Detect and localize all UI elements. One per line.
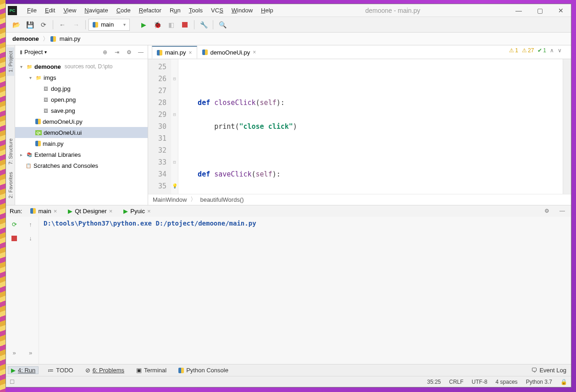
code-editor[interactable]: 252627282930313233343536373839404142▶43 … bbox=[148, 59, 571, 194]
more-icon[interactable]: » bbox=[26, 348, 36, 358]
bottom-todo[interactable]: ≔TODO bbox=[45, 367, 76, 374]
crumb-file[interactable]: main.py bbox=[58, 34, 83, 43]
qt-icon: Qt bbox=[35, 130, 42, 135]
close-button[interactable]: ✕ bbox=[551, 7, 571, 14]
strip-structure[interactable]: 7: Structure bbox=[7, 135, 14, 168]
menu-vcs[interactable]: VCS bbox=[207, 5, 227, 16]
menu-help[interactable]: Help bbox=[257, 5, 277, 16]
gear-icon[interactable]: ⚙ bbox=[542, 206, 552, 216]
up-icon[interactable]: ∧ bbox=[550, 47, 554, 54]
error-stripe[interactable] bbox=[563, 59, 571, 194]
split-icon[interactable]: ⇥ bbox=[112, 47, 122, 57]
search-icon[interactable]: 🔍 bbox=[216, 19, 229, 31]
tab-demoui[interactable]: demoOneUi.py× bbox=[197, 46, 261, 59]
tree-imgs[interactable]: ▾📁imgs bbox=[15, 72, 148, 83]
tree-file-mainpy[interactable]: main.py bbox=[15, 138, 148, 149]
menu-code[interactable]: Code bbox=[113, 5, 134, 16]
editor-tabs: main.py× demoOneUi.py× bbox=[148, 45, 571, 59]
run-side-controls: ⟳ » bbox=[6, 217, 22, 364]
rerun-icon[interactable]: ⟳ bbox=[9, 220, 19, 230]
project-panel: ▮ Project ▾ ⊕ ⇥ ⚙ — ▾📁demoonesources roo… bbox=[15, 45, 148, 205]
run-label: Run: bbox=[10, 208, 22, 215]
status-encoding[interactable]: UTF-8 bbox=[472, 379, 487, 385]
lock-icon[interactable]: 🔒 bbox=[560, 379, 567, 385]
tree-file-demouiui[interactable]: QtdemoOneUi.ui bbox=[15, 127, 148, 138]
debug-icon[interactable]: 🐞 bbox=[151, 19, 164, 31]
strip-project[interactable]: 1: Project bbox=[7, 47, 14, 76]
code-content[interactable]: def closeClick(self): print("close click… bbox=[178, 59, 563, 194]
python-file-icon bbox=[202, 50, 208, 55]
stop-icon[interactable] bbox=[178, 19, 191, 31]
bottom-run[interactable]: ▶4: Run bbox=[8, 366, 39, 374]
menu-run[interactable]: Run bbox=[166, 5, 184, 16]
run-tab-qt[interactable]: ▶Qt Designer× bbox=[65, 207, 115, 215]
target-icon[interactable]: ⊕ bbox=[100, 47, 110, 57]
menu-refactor[interactable]: Refactor bbox=[135, 5, 165, 16]
menu-edit[interactable]: Edit bbox=[41, 5, 59, 16]
ide-status-icon[interactable]: ☐ bbox=[10, 379, 15, 385]
status-lineend[interactable]: CRLF bbox=[449, 379, 463, 385]
status-indent[interactable]: 4 spaces bbox=[496, 379, 518, 385]
strip-favorites[interactable]: 2: Favorites bbox=[7, 168, 14, 202]
run-header: Run: main× ▶Qt Designer× ▶Pyuic× ⚙ — bbox=[6, 205, 571, 217]
run-tab-pyuic[interactable]: ▶Pyuic× bbox=[121, 207, 153, 215]
bottom-problems[interactable]: ⊘6: Problems bbox=[83, 367, 127, 374]
up-icon[interactable]: ↑ bbox=[26, 220, 36, 230]
forward-icon[interactable]: → bbox=[70, 19, 83, 31]
tree-file-save[interactable]: 🖼save.png bbox=[15, 105, 148, 116]
close-icon[interactable]: × bbox=[189, 50, 192, 56]
app-icon: PC bbox=[8, 6, 17, 15]
tree-root[interactable]: ▾📁demoonesources root, D:\pto bbox=[15, 61, 148, 72]
status-python[interactable]: Python 3.7 bbox=[526, 379, 552, 385]
menu-tools[interactable]: Tools bbox=[185, 5, 206, 16]
editor-crumbs: MainWindow 〉 beautifulWords() bbox=[148, 194, 571, 205]
menu-navigate[interactable]: Navigate bbox=[81, 5, 111, 16]
warning-icon[interactable]: ⚠1 bbox=[509, 47, 518, 54]
tree-ext-lib[interactable]: ▸📚External Libraries bbox=[15, 149, 148, 160]
crumb-root[interactable]: demoone bbox=[11, 34, 41, 43]
python-file-icon bbox=[35, 119, 41, 124]
run-tool-window: Run: main× ▶Qt Designer× ▶Pyuic× ⚙ — ⟳ »… bbox=[6, 205, 571, 364]
menu-file[interactable]: File bbox=[23, 5, 40, 16]
close-icon[interactable]: × bbox=[253, 49, 256, 55]
minimize-panel-icon[interactable]: — bbox=[136, 47, 146, 57]
tree-scratches[interactable]: 📋Scratches and Consoles bbox=[15, 160, 148, 171]
crumb-class[interactable]: MainWindow bbox=[153, 196, 187, 203]
stop-icon[interactable] bbox=[9, 233, 19, 243]
save-all-icon[interactable]: 💾 bbox=[23, 19, 36, 31]
bottom-pyconsole[interactable]: Python Console bbox=[176, 367, 231, 374]
refresh-icon[interactable]: ⟳ bbox=[37, 19, 50, 31]
tree-file-dog[interactable]: 🖼dog.jpg bbox=[15, 83, 148, 94]
tree-file-demouipy[interactable]: demoOneUi.py bbox=[15, 116, 148, 127]
fold-gutter: ⊟ ⊟ ⊟ 💡 ⊟ bbox=[171, 59, 178, 194]
coverage-icon[interactable]: ◧ bbox=[165, 19, 177, 31]
gear-icon[interactable]: ⚙ bbox=[124, 47, 134, 57]
down-icon[interactable]: ∨ bbox=[558, 47, 562, 54]
run-icon[interactable]: ▶ bbox=[137, 19, 150, 31]
inspection-bar: ⚠1 ⚠27 ✔1 ∧ ∨ bbox=[509, 47, 562, 54]
run-side-nav: ↑ ↓ » bbox=[22, 217, 39, 364]
project-title[interactable]: Project ▾ bbox=[24, 49, 47, 55]
tree-file-open[interactable]: 🖼open.png bbox=[15, 94, 148, 105]
weak-warning-icon[interactable]: ⚠27 bbox=[522, 47, 534, 54]
window-title: demoone - main.py bbox=[278, 7, 508, 14]
run-tab-main[interactable]: main× bbox=[28, 207, 60, 215]
minimize-panel-icon[interactable]: — bbox=[557, 206, 567, 216]
tab-main[interactable]: main.py× bbox=[152, 46, 197, 59]
ok-icon[interactable]: ✔1 bbox=[537, 47, 546, 54]
more-icon[interactable]: » bbox=[9, 348, 19, 358]
menu-view[interactable]: View bbox=[60, 5, 80, 16]
run-output[interactable]: D:\tools\Python37\python.exe D:/ptoject/… bbox=[39, 217, 571, 364]
menu-window[interactable]: Window bbox=[228, 5, 256, 16]
run-config-selector[interactable]: main ▾ bbox=[89, 19, 130, 31]
down-icon[interactable]: ↓ bbox=[26, 233, 36, 243]
bottom-eventlog[interactable]: 🗨Event Log bbox=[528, 367, 569, 374]
bottom-terminal[interactable]: ▣Terminal bbox=[133, 367, 169, 374]
status-pos[interactable]: 35:25 bbox=[427, 379, 441, 385]
crumb-method[interactable]: beautifulWords() bbox=[200, 196, 244, 203]
back-icon[interactable]: ← bbox=[56, 19, 69, 31]
maximize-button[interactable]: ▢ bbox=[530, 7, 550, 14]
minimize-button[interactable]: — bbox=[509, 7, 529, 14]
wrench-icon[interactable]: 🔧 bbox=[197, 19, 210, 31]
open-icon[interactable]: 📂 bbox=[10, 19, 22, 31]
